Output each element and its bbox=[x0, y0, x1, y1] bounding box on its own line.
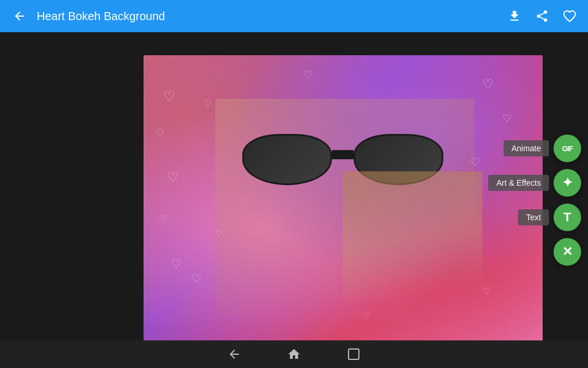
close-button[interactable]: ✕ bbox=[554, 238, 581, 266]
art-effects-label[interactable]: Art & Effects bbox=[488, 175, 549, 191]
bokeh-background bbox=[144, 55, 543, 345]
main-area: ♡ ♡ ♡ ♡ ♡ ♡ ♡ ♡ ♡ ♡ ♡ ♡ ♡ ♡ Animate GIF … bbox=[0, 32, 588, 368]
sunglasses bbox=[231, 128, 454, 191]
animate-button[interactable]: GIF bbox=[554, 135, 581, 162]
canvas-container[interactable]: ♡ ♡ ♡ ♡ ♡ ♡ ♡ ♡ ♡ ♡ ♡ ♡ ♡ ♡ bbox=[144, 55, 543, 345]
bottom-nav bbox=[0, 340, 588, 368]
nav-recents-button[interactable] bbox=[347, 347, 361, 361]
topbar: Heart Bokeh Background bbox=[0, 0, 588, 32]
favorite-button[interactable] bbox=[560, 7, 579, 25]
sunglass-right bbox=[354, 134, 443, 185]
animate-row: Animate GIF bbox=[504, 135, 581, 162]
art-effects-row: Art & Effects ✦ bbox=[488, 169, 581, 197]
close-row: ✕ bbox=[554, 238, 581, 266]
art-effects-button[interactable]: ✦ bbox=[554, 169, 581, 197]
text-button[interactable]: T bbox=[554, 204, 581, 231]
sunglass-bridge bbox=[332, 150, 354, 160]
close-icon: ✕ bbox=[562, 244, 572, 259]
download-button[interactable] bbox=[505, 7, 524, 25]
nav-back-button[interactable] bbox=[227, 347, 241, 361]
art-effects-icon: ✦ bbox=[562, 175, 572, 190]
app-title: Heart Bokeh Background bbox=[37, 10, 505, 23]
fab-container: Animate GIF Art & Effects ✦ Text T ✕ bbox=[488, 135, 581, 266]
sunglass-left bbox=[242, 134, 332, 185]
animate-label[interactable]: Animate bbox=[504, 140, 549, 156]
text-label[interactable]: Text bbox=[518, 209, 549, 225]
share-button[interactable] bbox=[533, 7, 551, 25]
svg-rect-0 bbox=[349, 349, 359, 359]
nav-home-button[interactable] bbox=[287, 347, 301, 361]
topbar-actions bbox=[505, 7, 579, 25]
text-row: Text T bbox=[518, 204, 581, 231]
back-button[interactable] bbox=[9, 6, 30, 26]
animate-icon: GIF bbox=[562, 144, 573, 153]
text-icon: T bbox=[563, 210, 571, 225]
